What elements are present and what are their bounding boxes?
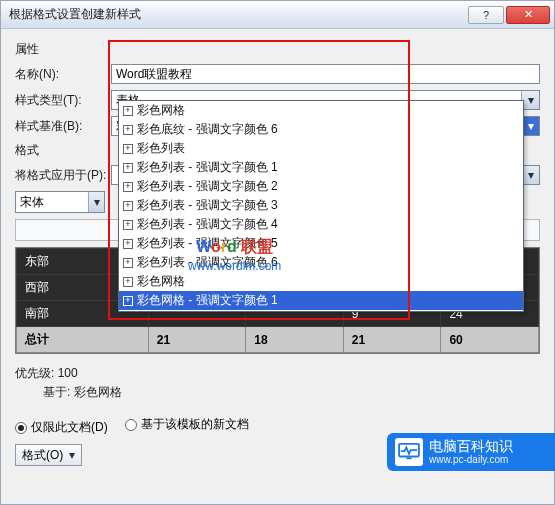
site-badge: 电脑百科知识 www.pc-daily.com [387,433,555,471]
dropdown-item[interactable]: +彩色列表 - 强调文字颜色 5 [119,234,523,253]
font-combo[interactable]: 宋体 ▾ [15,191,105,213]
dropdown-item[interactable]: +彩色网格 [119,101,523,120]
row-name: 名称(N): [15,64,540,84]
radio-icon [15,422,27,434]
format-menu-button[interactable]: 格式(O) ▾ [15,444,82,466]
chevron-down-icon: ▾ [69,448,75,462]
chevron-down-icon[interactable]: ▾ [88,192,104,212]
badge-title: 电脑百科知识 [429,439,513,454]
priority-block: 优先级: 100 基于: 彩色网格 [15,364,540,402]
name-input[interactable] [111,64,540,84]
radio-icon [125,419,137,431]
expand-icon: + [123,201,133,211]
dropdown-item[interactable]: +彩色网格 [119,272,523,291]
dropdown-item[interactable]: +彩色底纹 - 强调文字颜色 6 [119,120,523,139]
label-style-type: 样式类型(T): [15,92,111,109]
expand-icon: + [123,106,133,116]
dropdown-item-label: 彩色网格 - 强调文字颜色 3 [137,311,278,312]
label-style-base: 样式基准(B): [15,118,111,135]
dropdown-item[interactable]: +彩色列表 - 强调文字颜色 2 [119,177,523,196]
expand-icon: + [123,239,133,249]
dropdown-item-label: 彩色底纹 - 强调文字颜色 6 [137,121,278,138]
label-name: 名称(N): [15,66,111,83]
dropdown-item[interactable]: +彩色列表 - 强调文字颜色 6 [119,253,523,272]
dropdown-item-label: 彩色列表 - 强调文字颜色 2 [137,178,278,195]
expand-icon: + [123,258,133,268]
dropdown-item-label: 彩色网格 [137,102,185,119]
expand-icon: + [123,125,133,135]
radio-template[interactable]: 基于该模板的新文档 [125,416,249,433]
dropdown-item[interactable]: +彩色网格 - 强调文字颜色 1 [119,291,523,310]
dropdown-item[interactable]: +彩色列表 - 强调文字颜色 4 [119,215,523,234]
dropdown-item-label: 彩色列表 - 强调文字颜色 6 [137,254,278,271]
close-button[interactable]: ✕ [506,6,550,24]
dropdown-item-label: 彩色列表 - 强调文字颜色 4 [137,216,278,233]
style-base-dropdown[interactable]: +彩色网格+彩色底纹 - 强调文字颜色 6+彩色列表+彩色列表 - 强调文字颜色… [118,100,524,312]
dropdown-item[interactable]: +彩色网格 - 强调文字颜色 3 [119,310,523,312]
dropdown-item[interactable]: +彩色列表 - 强调文字颜色 3 [119,196,523,215]
titlebar: 根据格式设置创建新样式 ? ✕ [1,1,554,29]
priority-line2: 基于: 彩色网格 [15,383,540,402]
dropdown-item-label: 彩色列表 - 强调文字颜色 5 [137,235,278,252]
font-value: 宋体 [16,194,88,211]
monitor-icon [395,438,423,466]
format-menu-label: 格式(O) [22,447,63,464]
dialog-title: 根据格式设置创建新样式 [9,6,466,23]
label-apply-to: 将格式应用于(P): [15,167,111,184]
expand-icon: + [123,220,133,230]
expand-icon: + [123,277,133,287]
help-button[interactable]: ? [468,6,504,24]
svg-rect-1 [406,457,411,459]
expand-icon: + [123,163,133,173]
radio-this-document[interactable]: 仅限此文档(D) [15,419,108,436]
dropdown-item-label: 彩色列表 - 强调文字颜色 3 [137,197,278,214]
dropdown-item[interactable]: +彩色列表 [119,139,523,158]
dropdown-item-label: 彩色列表 [137,140,185,157]
table-total-row: 总计21182160 [17,327,539,353]
section-properties-label: 属性 [15,41,540,58]
priority-line1: 优先级: 100 [15,364,540,383]
dropdown-item-label: 彩色列表 - 强调文字颜色 1 [137,159,278,176]
dropdown-item-label: 彩色网格 - 强调文字颜色 1 [137,292,278,309]
badge-url: www.pc-daily.com [429,454,513,465]
expand-icon: + [123,144,133,154]
expand-icon: + [123,182,133,192]
dropdown-item-label: 彩色网格 [137,273,185,290]
dropdown-item[interactable]: +彩色列表 - 强调文字颜色 1 [119,158,523,177]
expand-icon: + [123,296,133,306]
